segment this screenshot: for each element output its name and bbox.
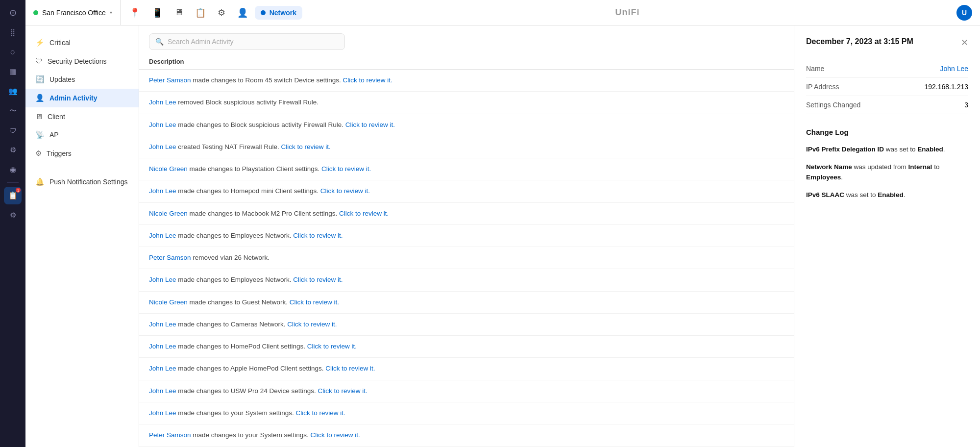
review-link[interactable]: Click to review it. <box>287 321 337 328</box>
search-icon: 🔍 <box>155 38 164 46</box>
review-link[interactable]: Click to review it. <box>339 210 389 217</box>
admin-activity-icon: 👤 <box>35 94 45 102</box>
tab-icon3[interactable]: 🖥 <box>170 4 188 21</box>
review-link[interactable]: Click to review it. <box>293 276 343 283</box>
review-link[interactable]: Click to review it. <box>310 431 360 439</box>
tab-icon6[interactable]: 👤 <box>232 4 253 21</box>
search-bar[interactable]: 🔍 <box>149 33 345 50</box>
sidebar-item-triggers[interactable]: ⚙ Triggers <box>25 144 139 163</box>
review-link[interactable]: Click to review it. <box>345 121 395 128</box>
activity-actor[interactable]: John Lee <box>149 365 176 372</box>
rail-list-icon[interactable]: 📋 1 <box>4 187 22 204</box>
table-row[interactable]: John Lee made changes to USW Pro 24 Devi… <box>139 380 794 402</box>
activity-actor[interactable]: Peter Samson <box>149 76 191 84</box>
activity-actor[interactable]: Nicole Green <box>149 165 188 173</box>
table-row[interactable]: John Lee made changes to Employees Netwo… <box>139 224 794 247</box>
app-title: UniFi <box>306 7 949 18</box>
review-link[interactable]: Click to review it. <box>320 187 370 195</box>
activity-actor[interactable]: John Lee <box>149 121 176 128</box>
sidebar-item-push-notif[interactable]: 🔔 Push Notification Settings <box>25 173 139 191</box>
sidebar-item-client[interactable]: 🖥 Client <box>25 107 139 125</box>
table-row[interactable]: John Lee made changes to Homepod mini Cl… <box>139 180 794 202</box>
activity-actor[interactable]: John Lee <box>149 187 176 195</box>
table-row[interactable]: John Lee made changes to Employees Netwo… <box>139 269 794 291</box>
activity-actor[interactable]: Peter Samson <box>149 431 191 439</box>
tab5-icon: ⚙ <box>218 7 225 18</box>
review-link[interactable]: Click to review it. <box>318 387 367 395</box>
review-link[interactable]: Click to review it. <box>281 143 330 150</box>
changelog-entry-2: Network Name was updated from Internal t… <box>806 162 968 183</box>
sidebar-label-critical: Critical <box>49 39 71 47</box>
sidebar-item-security[interactable]: 🛡 Security Detections <box>25 52 139 70</box>
close-button[interactable]: ✕ <box>961 37 968 48</box>
activity-actor[interactable]: Nicole Green <box>149 298 188 306</box>
rail-wave-icon[interactable]: 〜 <box>4 102 22 120</box>
changelog-entry-1: IPv6 Prefix Delegation ID was set to Ena… <box>806 144 968 155</box>
top-bar: San Francisco Office ▾ 📍 📱 🖥 📋 ⚙ 👤 Netwo… <box>25 0 980 25</box>
sidebar-item-admin-activity[interactable]: 👤 Admin Activity <box>25 89 139 107</box>
table-row[interactable]: John Lee created Testing NAT Firewall Ru… <box>139 136 794 158</box>
tab-icon4[interactable]: 📋 <box>190 4 211 21</box>
activity-actor[interactable]: John Lee <box>149 321 176 328</box>
tab-icon2[interactable]: 📱 <box>147 4 168 21</box>
table-row[interactable]: John Lee made changes to Cameras Network… <box>139 313 794 335</box>
sidebar-item-critical[interactable]: ⚡ Critical <box>25 33 139 52</box>
activity-actor[interactable]: John Lee <box>149 143 176 150</box>
user-avatar[interactable]: U <box>956 5 972 21</box>
activity-actor[interactable]: Peter Samson <box>149 254 191 261</box>
rail-nodes-icon[interactable]: ⣿ <box>4 24 22 41</box>
rail-radio-icon[interactable]: ◉ <box>4 161 22 178</box>
tab-icon1[interactable]: 📍 <box>124 4 145 21</box>
table-row[interactable]: John Lee removed Block suspicious activi… <box>139 92 794 114</box>
review-link[interactable]: Click to review it. <box>307 343 357 350</box>
activity-actor[interactable]: John Lee <box>149 387 176 395</box>
activity-actor[interactable]: John Lee <box>149 409 176 417</box>
sidebar-item-updates[interactable]: 🔄 Updates <box>25 70 139 89</box>
activity-description: John Lee made changes to Apple HomePod C… <box>139 358 794 380</box>
activity-actor[interactable]: John Lee <box>149 343 176 350</box>
activity-actor[interactable]: John Lee <box>149 232 176 239</box>
tab-network[interactable]: Network <box>255 6 302 20</box>
table-row[interactable]: Peter Samson made changes to your System… <box>139 424 794 447</box>
tab-icon5[interactable]: ⚙ <box>213 4 230 21</box>
table-row[interactable]: John Lee made changes to HomePod Client … <box>139 336 794 358</box>
rail-shield-icon[interactable]: 🛡 <box>4 122 22 139</box>
activity-actor[interactable]: John Lee <box>149 276 176 283</box>
review-link[interactable]: Click to review it. <box>343 76 392 84</box>
table-row[interactable]: Peter Samson removed vlan 26 Network. <box>139 247 794 269</box>
review-link[interactable]: Click to review it. <box>293 232 343 239</box>
table-row[interactable]: John Lee made changes to Apple HomePod C… <box>139 358 794 380</box>
changelog-value-1: Enabled <box>917 146 943 153</box>
review-link[interactable]: Click to review it. <box>325 365 375 372</box>
table-row[interactable]: Nicole Green made changes to Playstation… <box>139 158 794 180</box>
table-row[interactable]: Nicole Green made changes to Guest Netwo… <box>139 291 794 313</box>
sidebar-item-ap[interactable]: 📡 AP <box>25 125 139 144</box>
activity-description: John Lee made changes to Cameras Network… <box>139 313 794 335</box>
table-row[interactable]: Nicole Green made changes to Macbook M2 … <box>139 202 794 224</box>
review-link[interactable]: Click to review it. <box>321 165 371 173</box>
table-row[interactable]: Peter Samson made changes to Room 45 swi… <box>139 70 794 92</box>
activity-actor[interactable]: John Lee <box>149 99 176 106</box>
activity-actor[interactable]: Nicole Green <box>149 210 188 217</box>
rail-circle-icon[interactable]: ○ <box>4 43 22 61</box>
sidebar-label-updates: Updates <box>49 75 75 83</box>
push-notif-icon: 🔔 <box>35 177 45 186</box>
rail-gear-icon[interactable]: ⚙ <box>4 141 22 159</box>
detail-panel: December 7, 2023 at 3:15 PM ✕ Name John … <box>794 25 980 447</box>
activity-description: John Lee made changes to Block suspiciou… <box>139 114 794 136</box>
review-link[interactable]: Click to review it. <box>290 298 339 306</box>
rail-home-icon[interactable]: ⊙ <box>4 4 22 22</box>
search-input[interactable] <box>168 38 339 46</box>
site-selector[interactable]: San Francisco Office ▾ <box>25 0 121 25</box>
review-link[interactable]: Click to review it. <box>295 409 345 417</box>
activity-description: John Lee made changes to USW Pro 24 Devi… <box>139 380 794 402</box>
name-label: Name <box>806 65 824 73</box>
table-row[interactable]: John Lee made changes to Block suspiciou… <box>139 114 794 136</box>
name-field: Name John Lee <box>806 60 968 78</box>
tab4-icon: 📋 <box>195 7 206 18</box>
rail-table-icon[interactable]: ▦ <box>4 63 22 80</box>
icon-rail: ⊙ ⣿ ○ ▦ 👥 〜 🛡 ⚙ ◉ 📋 1 ⚙ <box>0 0 25 447</box>
rail-settings-icon[interactable]: ⚙ <box>4 206 22 224</box>
table-row[interactable]: John Lee made changes to your System set… <box>139 402 794 424</box>
rail-people-icon[interactable]: 👥 <box>4 82 22 100</box>
